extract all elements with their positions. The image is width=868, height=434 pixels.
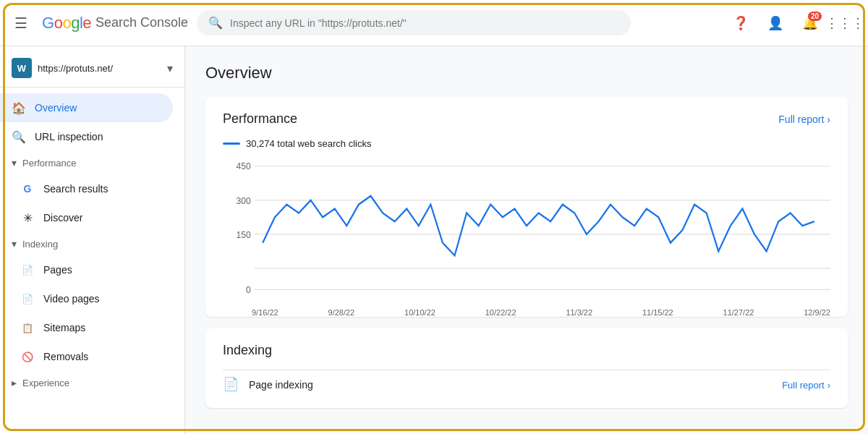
sidebar-item-removals[interactable]: 🚫 Removals [0, 342, 173, 371]
sidebar-item-overview[interactable]: 🏠 Overview [0, 93, 173, 122]
topbar-logo: Google Search Console [42, 14, 188, 33]
account-circle-button[interactable]: 👤 [761, 9, 790, 38]
indexing-full-report-link[interactable]: Full report › [782, 380, 830, 391]
chart-container: 450 300 150 0 9/16/22 9/28/22 10/10/22 1… [223, 158, 830, 302]
indexing-card-header: Indexing [223, 343, 830, 358]
sidebar-item-pages-label: Pages [43, 264, 72, 276]
search-input[interactable] [230, 17, 619, 29]
search-icon: 🔍 [208, 16, 223, 30]
search-results-icon: G [20, 182, 35, 196]
page-indexing-label: Page indexing [249, 379, 773, 391]
indexing-chevron-right-icon: › [827, 380, 830, 391]
sitemaps-icon: 📋 [20, 320, 35, 335]
wp-icon: W [12, 58, 32, 78]
x-label-1: 9/28/22 [328, 308, 355, 317]
property-url: https://protuts.net/ [38, 63, 161, 74]
sidebar-item-video-pages-label: Video pages [43, 293, 100, 305]
section-indexing[interactable]: ▾ Indexing [0, 232, 184, 255]
page-indexing-icon: 📄 [223, 376, 240, 393]
dropdown-arrow-icon: ▾ [167, 61, 173, 75]
chevron-down-icon: ▾ [12, 157, 17, 169]
x-label-2: 10/10/22 [404, 308, 435, 317]
discover-icon: ✳ [20, 210, 35, 225]
topbar-actions: ❓ 👤 🔔 20 ⋮⋮⋮ [726, 9, 859, 38]
search-bar[interactable]: 🔍 [197, 10, 631, 35]
sidebar-item-url-inspection[interactable]: 🔍 URL inspection [0, 122, 173, 151]
notification-button[interactable]: 🔔 20 [796, 9, 825, 38]
video-pages-icon: 📄 [20, 292, 35, 306]
performance-chart: 450 300 150 0 [223, 158, 830, 302]
help-button[interactable]: ❓ [726, 9, 755, 38]
chevron-down-icon-indexing: ▾ [12, 238, 17, 250]
page-indexing-row: 📄 Page indexing Full report › [223, 370, 830, 393]
main-layout: W https://protuts.net/ ▾ 🏠 Overview 🔍 UR… [0, 46, 868, 434]
sidebar-item-sitemaps[interactable]: 📋 Sitemaps [0, 313, 173, 342]
legend-line [223, 142, 240, 145]
x-label-4: 11/3/22 [566, 308, 592, 317]
apps-button[interactable]: ⋮⋮⋮ [830, 9, 859, 38]
performance-card: Performance Full report › 30,274 total w… [205, 97, 848, 317]
sidebar-item-sitemaps-label: Sitemaps [43, 322, 85, 333]
section-indexing-label: Indexing [22, 239, 58, 250]
section-performance-label: Performance [22, 158, 76, 169]
svg-text:0: 0 [246, 285, 251, 295]
topbar: ☰ Google Search Console 🔍 ❓ 👤 🔔 20 ⋮⋮⋮ [0, 0, 868, 46]
chevron-right-icon: › [827, 114, 830, 125]
sidebar-item-discover[interactable]: ✳ Discover [0, 203, 173, 232]
apps-icon: ⋮⋮⋮ [825, 15, 864, 31]
svg-text:300: 300 [236, 195, 250, 205]
people-icon: 👤 [767, 15, 783, 31]
section-performance[interactable]: ▾ Performance [0, 151, 184, 174]
content-area: Overview Performance Full report › 30,27… [185, 46, 868, 434]
hamburger-icon[interactable]: ☰ [9, 9, 33, 38]
x-label-0: 9/16/22 [252, 308, 278, 317]
pages-icon: 📄 [20, 263, 35, 277]
notification-badge: 20 [808, 12, 822, 21]
sidebar-item-removals-label: Removals [43, 351, 88, 362]
sidebar-item-discover-label: Discover [43, 212, 82, 224]
sidebar-item-video-pages[interactable]: 📄 Video pages [0, 284, 173, 313]
svg-text:450: 450 [236, 161, 250, 171]
performance-card-title: Performance [223, 111, 297, 127]
property-selector[interactable]: W https://protuts.net/ ▾ [0, 52, 184, 88]
app-name: Search Console [95, 15, 188, 30]
home-icon: 🏠 [12, 101, 26, 115]
sidebar: W https://protuts.net/ ▾ 🏠 Overview 🔍 UR… [0, 46, 185, 434]
x-label-7: 12/9/22 [804, 308, 830, 317]
help-icon: ❓ [733, 15, 749, 31]
section-experience-label: Experience [22, 378, 69, 388]
performance-full-report-link[interactable]: Full report › [778, 114, 830, 125]
legend-text: 30,274 total web search clicks [246, 138, 371, 149]
section-experience[interactable]: ▸ Experience [0, 371, 184, 394]
sidebar-item-search-results[interactable]: G Search results [0, 174, 173, 203]
chart-legend: 30,274 total web search clicks [223, 138, 830, 149]
url-inspection-icon: 🔍 [12, 129, 26, 144]
x-label-5: 11/15/22 [642, 308, 673, 317]
removals-icon: 🚫 [20, 349, 35, 364]
page-title: Overview [205, 64, 848, 82]
indexing-card: Indexing 📄 Page indexing Full report › [205, 328, 848, 408]
sidebar-item-url-inspection-label: URL inspection [35, 131, 103, 142]
indexing-card-title: Indexing [223, 343, 272, 358]
x-label-3: 10/22/22 [485, 308, 516, 317]
x-label-6: 11/27/22 [723, 308, 754, 317]
svg-text:150: 150 [236, 229, 250, 239]
sidebar-item-search-results-label: Search results [43, 183, 108, 195]
sidebar-item-overview-label: Overview [35, 102, 77, 114]
google-logo: Google [42, 14, 91, 33]
chart-x-labels: 9/16/22 9/28/22 10/10/22 10/22/22 11/3/2… [223, 308, 830, 317]
chevron-right-icon-experience: ▸ [12, 377, 17, 388]
indexing-full-report-label: Full report [782, 380, 825, 391]
full-report-label: Full report [778, 114, 824, 125]
sidebar-item-pages[interactable]: 📄 Pages [0, 255, 173, 284]
performance-card-header: Performance Full report › [223, 111, 830, 127]
